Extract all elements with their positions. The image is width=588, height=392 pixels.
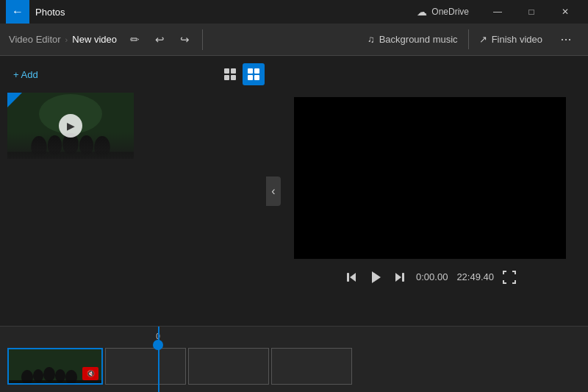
current-time: 0:00.00 (416, 271, 448, 282)
breadcrumb: Video Editor › New video (9, 34, 117, 45)
undo-button[interactable]: ↩ (149, 29, 171, 51)
empty-clip-1 (105, 348, 186, 385)
toolbar-actions: ✏ ↩ ↪ (124, 29, 196, 51)
left-panel: + Add (0, 56, 272, 326)
svg-marker-18 (372, 271, 381, 283)
play-button[interactable] (368, 269, 384, 285)
collapse-icon: ‹ (271, 185, 275, 198)
svg-rect-0 (224, 68, 229, 74)
toolbar-divider (202, 29, 203, 50)
grid-view-button[interactable] (219, 63, 241, 85)
svg-point-10 (31, 136, 47, 158)
play-overlay-button[interactable]: ▶ (59, 114, 82, 138)
main-content: + Add (0, 56, 588, 326)
onedrive-icon: ☁ (417, 6, 427, 18)
svg-rect-17 (347, 273, 349, 282)
svg-point-24 (43, 367, 55, 382)
empty-clip-2 (188, 348, 269, 385)
edit-button[interactable]: ✏ (124, 29, 146, 51)
playhead-handle[interactable] (153, 340, 163, 350)
svg-rect-4 (248, 68, 253, 74)
mute-symbol: 🔇 (87, 370, 95, 377)
media-grid: ▶ (7, 93, 265, 159)
breadcrumb-separator: › (65, 35, 68, 44)
timeline-track: 🔇 (7, 346, 581, 386)
svg-rect-5 (254, 68, 259, 74)
svg-rect-20 (402, 273, 404, 282)
svg-point-14 (94, 136, 110, 158)
empty-clip-3 (271, 348, 352, 385)
finish-label: Finish video (492, 34, 542, 45)
svg-rect-2 (224, 75, 229, 80)
thumbnail-image-1: ▶ (7, 93, 134, 159)
total-time: 22:49.40 (456, 271, 494, 282)
window-controls: — □ ✕ (481, 0, 582, 24)
music-icon: ♫ (368, 34, 375, 45)
background-music-button[interactable]: ♫ Background music (357, 29, 469, 49)
more-options-button[interactable]: ··· (553, 26, 579, 53)
collapse-panel-button[interactable]: ‹ (266, 177, 281, 206)
svg-rect-6 (248, 75, 253, 80)
minimize-button[interactable]: — (481, 0, 514, 24)
maximize-button[interactable]: □ (514, 0, 548, 24)
playback-controls: 0:00.00 22:49.40 (344, 269, 516, 285)
svg-rect-1 (231, 68, 236, 74)
svg-rect-15 (7, 152, 134, 159)
svg-rect-7 (254, 75, 259, 80)
close-button[interactable]: ✕ (548, 0, 582, 24)
mute-icon[interactable]: 🔇 (82, 367, 98, 380)
list-view-button[interactable] (243, 63, 265, 85)
svg-marker-16 (350, 273, 356, 282)
app-title: Photos (35, 7, 417, 18)
svg-point-11 (48, 135, 62, 156)
media-thumbnail-1[interactable]: ▶ (7, 93, 134, 159)
timeline: 0 🔇 (0, 326, 588, 392)
back-arrow-icon: ← (12, 5, 24, 18)
right-panel: 0:00.00 22:49.40 (272, 56, 588, 326)
svg-rect-3 (231, 75, 236, 80)
previous-frame-button[interactable] (344, 270, 359, 285)
back-button[interactable]: ← (6, 0, 29, 24)
breadcrumb-parent[interactable]: Video Editor (9, 34, 61, 45)
onedrive-area: ☁ OneDrive (417, 6, 469, 18)
view-buttons (219, 63, 265, 85)
video-preview (294, 97, 566, 259)
add-button[interactable]: + Add (7, 66, 44, 83)
next-frame-button[interactable] (392, 270, 407, 285)
title-bar: ← Photos ☁ OneDrive — □ ✕ (0, 0, 588, 24)
finish-icon: ↗ (479, 34, 487, 45)
toolbar-right: ♫ Background music ↗ Finish video ··· (357, 26, 579, 53)
redo-button[interactable]: ↪ (174, 29, 196, 51)
svg-rect-27 (9, 380, 103, 385)
selected-indicator (7, 93, 22, 107)
breadcrumb-current: New video (72, 34, 117, 45)
finish-video-button[interactable]: ↗ Finish video (469, 29, 553, 49)
svg-point-13 (79, 135, 93, 156)
playhead[interactable] (158, 327, 159, 392)
music-label: Background music (379, 34, 458, 45)
svg-marker-19 (395, 273, 401, 282)
panel-toolbar: + Add (7, 63, 265, 85)
video-clip-1[interactable]: 🔇 (7, 348, 103, 385)
toolbar: Video Editor › New video ✏ ↩ ↪ ♫ Backgro… (0, 24, 588, 56)
fullscreen-button[interactable] (503, 271, 516, 284)
onedrive-label: OneDrive (431, 7, 469, 17)
